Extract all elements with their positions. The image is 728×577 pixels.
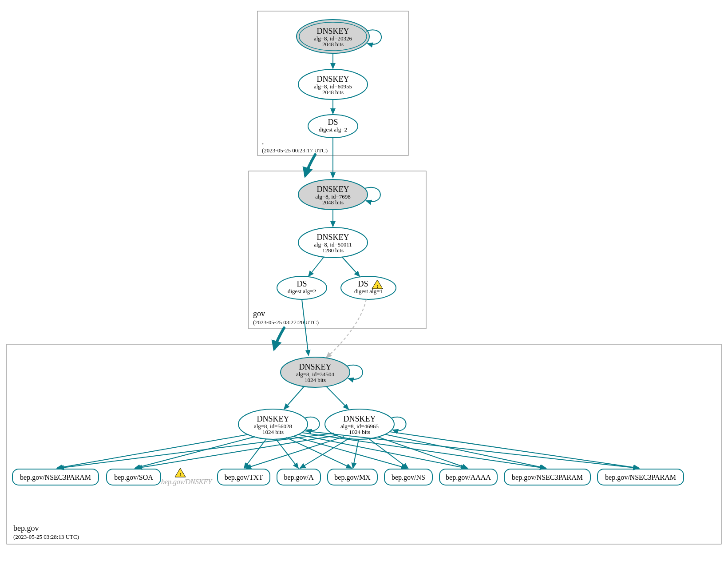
rr-dnskey-italic: ! bep.gov/DNSKEY [161,468,213,486]
svg-text:digest alg=2: digest alg=2 [288,288,316,294]
zone-root: . (2023-05-25 00:23:17 UTC) DNSKEY alg=8… [257,11,408,155]
edge-deleg-gov-bep [274,328,284,349]
rr-nsec3param-1: bep.gov/NSEC3PARAM [12,469,99,485]
node-gov-ds2: DS digest alg=2 [277,276,327,299]
node-gov-ds1: DS digest alg=1 ! [341,276,396,299]
rr-aaaa: bep.gov/AAAA [439,469,497,485]
svg-text:DNSKEY: DNSKEY [299,362,331,371]
svg-text:bep.gov/SOA: bep.gov/SOA [114,474,153,481]
rr-a: bep.gov/A [277,469,320,485]
rr-row: bep.gov/NSEC3PARAM bep.gov/SOA ! bep.gov… [12,468,684,486]
svg-text:DNSKEY: DNSKEY [257,414,289,423]
svg-text:bep.gov/MX: bep.gov/MX [334,474,371,481]
edge-gov-ds2-bep-ksk [302,299,309,355]
svg-text:!: ! [376,283,378,289]
svg-rect-29 [7,344,721,544]
node-root-ksk: DNSKEY alg=8, id=20326 2048 bits [297,20,369,53]
zone-root-ts: (2023-05-25 00:23:17 UTC) [262,147,328,154]
node-root-ds: DS digest alg=2 [308,115,358,138]
svg-text:DNSKEY: DNSKEY [317,185,349,194]
rr-txt: bep.gov/TXT [218,469,270,485]
svg-text:!: ! [179,472,181,477]
zone-gov: gov (2023-05-25 03:27:20 UTC) DNSKEY alg… [249,138,426,329]
svg-text:DNSKEY: DNSKEY [317,233,349,242]
warning-icon: ! [175,468,186,477]
svg-text:digest alg=2: digest alg=2 [319,126,347,133]
zone-bep: bep.gov (2023-05-25 03:28:13 UTC) DNSKEY… [7,299,721,544]
node-gov-zsk: DNSKEY alg=8, id=50011 1280 bits [298,227,368,258]
svg-text:1280 bits: 1280 bits [322,247,344,254]
edge-bep-ksk-zsk2 [326,386,348,409]
rr-nsec3param-2: bep.gov/NSEC3PARAM [504,469,590,485]
svg-text:2048 bits: 2048 bits [322,199,344,206]
svg-text:bep.gov/A: bep.gov/A [284,474,314,481]
rr-ns: bep.gov/NS [384,469,432,485]
svg-text:DS: DS [328,118,338,127]
rr-soa: bep.gov/SOA [107,469,161,485]
svg-text:bep.gov/NSEC3PARAM: bep.gov/NSEC3PARAM [512,474,583,481]
svg-text:bep.gov/TXT: bep.gov/TXT [225,474,263,481]
svg-text:2048 bits: 2048 bits [322,41,344,48]
edge-bep-ksk-zsk1 [284,386,304,409]
zone-gov-label: gov [253,309,265,318]
dnssec-diagram: . (2023-05-25 00:23:17 UTC) DNSKEY alg=8… [0,0,728,577]
svg-text:DNSKEY: DNSKEY [343,414,376,423]
node-gov-ksk: DNSKEY alg=8, id=7698 2048 bits [298,179,368,210]
edge-gov-zsk-ds1 [342,257,360,276]
svg-text:DNSKEY: DNSKEY [317,27,349,36]
zone-root-label: . [262,137,264,146]
svg-text:DNSKEY: DNSKEY [317,75,349,84]
rr-mx: bep.gov/MX [328,469,377,485]
svg-text:1024 bits: 1024 bits [305,377,326,383]
svg-text:DS: DS [358,279,368,288]
svg-text:bep.gov/NS: bep.gov/NS [392,474,425,481]
edge-gov-zsk-ds2 [309,257,324,276]
svg-text:1024 bits: 1024 bits [349,429,370,435]
svg-text:bep.gov/AAAA: bep.gov/AAAA [446,474,491,481]
svg-text:DS: DS [297,279,307,288]
zone-gov-ts: (2023-05-25 03:27:20 UTC) [253,319,319,326]
svg-text:2048 bits: 2048 bits [322,89,344,96]
zone-bep-label: bep.gov [13,524,39,533]
svg-text:1024 bits: 1024 bits [262,429,284,435]
edge-deleg-root-gov [305,155,315,175]
svg-text:bep.gov/NSEC3PARAM: bep.gov/NSEC3PARAM [605,474,676,481]
svg-text:bep.gov/NSEC3PARAM: bep.gov/NSEC3PARAM [20,474,91,481]
svg-text:bep.gov/DNSKEY: bep.gov/DNSKEY [161,478,213,486]
node-bep-ksk: DNSKEY alg=8, id=34504 1024 bits [281,357,350,387]
node-bep-zsk1: DNSKEY alg=8, id=56028 1024 bits [238,409,308,439]
zone-bep-ts: (2023-05-25 03:28:13 UTC) [13,533,79,540]
node-root-zsk: DNSKEY alg=8, id=60955 2048 bits [298,69,368,99]
rr-nsec3param-3: bep.gov/NSEC3PARAM [597,469,684,485]
